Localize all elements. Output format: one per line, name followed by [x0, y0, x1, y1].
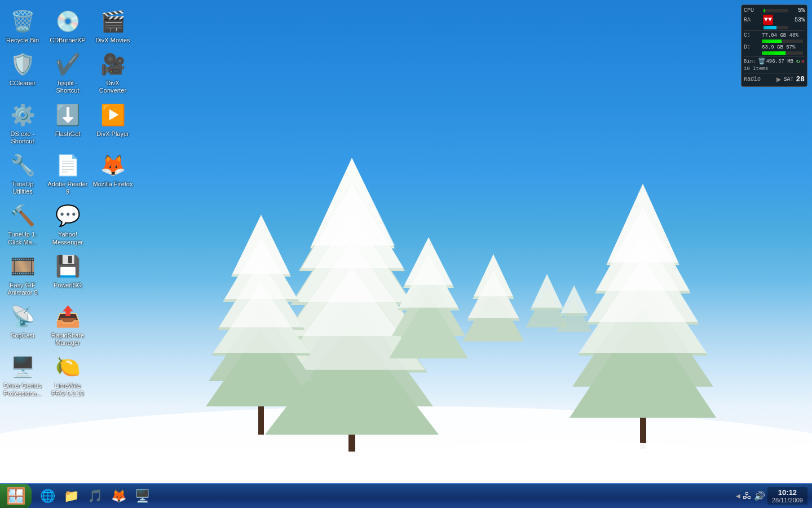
system-clock[interactable]: 10:12 28/11/2009	[767, 487, 807, 505]
tray-network-icon[interactable]: 🖧	[743, 491, 752, 501]
sopcast-icon: 📡	[9, 303, 36, 330]
cdburnerxp-label: CDBurnerXP	[50, 37, 86, 44]
sysmon-bin-delete-icon[interactable]: ✕	[801, 58, 805, 65]
icon-divx-converter[interactable]: 🎥 DivX Converter	[90, 47, 135, 98]
sysmon-d-label: D:	[744, 44, 762, 50]
poweriso-icon: 💾	[54, 253, 81, 280]
icon-sopcast[interactable]: 📡 SopCast	[0, 300, 45, 350]
sysmon-cpu-bar-container	[764, 9, 788, 12]
hjsplit-label: hjsplit - Shortcut	[47, 80, 88, 94]
icon-flashget[interactable]: ⬇️ FlashGet	[45, 98, 90, 148]
network-icon: 🖥️	[135, 489, 150, 503]
icon-yahoo-messenger[interactable]: 💬 Yahoo! Messenger	[45, 199, 90, 249]
driver-genius-icon: 🖥️	[9, 353, 36, 380]
sysmon-ram-bar-row	[744, 26, 805, 29]
icon-driver-genius[interactable]: 🖥️ Driver Genius Professiona...	[0, 350, 45, 400]
icon-cdburnerxp[interactable]: 💿 CDBurnerXP	[45, 5, 90, 47]
icon-row-2: ⚙️ DS.exe - Shortcut ⬇️ FlashGet ▶️ DivX…	[0, 98, 158, 148]
divx-player-label: DivX Player	[96, 130, 129, 138]
dsexe-label: DS.exe - Shortcut	[2, 130, 43, 145]
sysmon-bin-refresh-icon[interactable]: ↻	[796, 58, 800, 65]
flashget-icon: ⬇️	[54, 102, 81, 129]
taskbar: 🪟 🌐 📁 🎵 🦊 🖥️ ◀ 🖧 🔊 10:12 28/11/2009	[0, 483, 812, 508]
icon-row-7: 🖥️ Driver Genius Professiona... 🍋 LimeWi…	[0, 350, 158, 400]
divx-converter-icon: 🎥	[99, 51, 126, 78]
adobe-reader-label: Adobe Reader 9	[47, 181, 88, 195]
sysmon-d-bar-row	[744, 51, 805, 55]
start-orb-icon: 🪟	[6, 487, 26, 505]
icon-divx-movies[interactable]: 🎬 DivX Movies	[90, 5, 135, 47]
icon-poweriso[interactable]: 💾 PowerISO	[45, 249, 90, 300]
taskbar-ie-icon[interactable]: 🌐	[36, 486, 59, 506]
sysmon-bin-actions[interactable]: ↻ ✕	[796, 58, 805, 65]
taskbar-explorer-icon[interactable]: 📁	[60, 486, 82, 506]
sysmon-radio-day: SAT	[783, 76, 793, 82]
sysmon-ram-bar	[764, 26, 776, 29]
sysmon-c-bar-row	[744, 40, 805, 43]
sysmon-bin-value: 496.37 MB	[766, 59, 793, 64]
taskbar-firefox-icon[interactable]: 🦊	[107, 486, 130, 506]
icon-mozilla-firefox[interactable]: 🦊 Mozilla Firefox	[90, 148, 135, 199]
icon-easy-gif[interactable]: 🎞️ Easy GIF Animator 5	[0, 249, 45, 300]
taskbar-media-player-icon[interactable]: 🎵	[83, 486, 106, 506]
icon-hjsplit[interactable]: ✔️ hjsplit - Shortcut	[45, 47, 90, 98]
divx-movies-icon: 🎬	[99, 8, 126, 35]
sysmon-c-bar	[762, 40, 782, 43]
tray-volume-icon[interactable]: 🔊	[754, 491, 765, 501]
icon-divx-player[interactable]: ▶️ DivX Player	[90, 98, 135, 148]
hjsplit-icon: ✔️	[54, 51, 81, 78]
sysmon-divider-1	[744, 30, 805, 31]
sysmon-c-value: 77.04 GB 48%	[762, 33, 805, 38]
system-monitor-widget[interactable]: CPU 5% RA ▼▼ 53% C: 77.04 GB 48% D: 63.9…	[741, 5, 807, 87]
icon-adobe-reader[interactable]: 📄 Adobe Reader 9	[45, 148, 90, 199]
clock-time: 10:12	[772, 488, 803, 497]
sysmon-c-row: C: 77.04 GB 48%	[744, 32, 805, 38]
icon-dsexe[interactable]: ⚙️ DS.exe - Shortcut	[0, 98, 45, 148]
icon-row-3: 🔧 TuneUp Utilities 📄 Adobe Reader 9 🦊 Mo…	[0, 148, 158, 199]
sysmon-d-bar-container	[762, 51, 803, 55]
sysmon-radio-controls[interactable]: ▶ SAT 28	[776, 75, 805, 84]
ccleaner-label: CCleaner	[10, 80, 36, 87]
icon-tuneup-1click[interactable]: 🔨 TuneUp 1-Click Ma...	[0, 199, 45, 249]
firefox-tb-icon: 🦊	[111, 489, 126, 503]
dsexe-icon: ⚙️	[9, 102, 36, 129]
sysmon-ram-bar-container	[764, 26, 788, 29]
sysmon-cpu-row: CPU 5%	[744, 7, 805, 14]
sysmon-bin-label: Bin: 🗑️	[744, 58, 766, 65]
poweriso-label: PowerISO	[54, 282, 82, 289]
explorer-icon: 📁	[64, 489, 79, 503]
sysmon-bin-row: Bin: 🗑️ 496.37 MB ↻ ✕	[744, 58, 805, 65]
flashget-label: FlashGet	[55, 130, 81, 138]
tuneup-utilities-label: TuneUp Utilities	[2, 181, 43, 195]
tray-show-hidden-arrow[interactable]: ◀	[736, 493, 740, 499]
icon-recycle-bin[interactable]: 🗑️ Recycle Bin	[0, 5, 45, 47]
sysmon-d-value: 63.9 GB 57%	[762, 45, 805, 50]
divx-movies-label: DivX Movies	[95, 37, 130, 44]
mozilla-firefox-icon: 🦊	[99, 152, 126, 179]
icon-limewire[interactable]: 🍋 LimeWire PRO 5.2.13	[45, 350, 90, 400]
start-button[interactable]: 🪟	[0, 484, 32, 509]
sysmon-divider-3	[744, 73, 805, 73]
sysmon-cpu-label: CPU	[744, 7, 762, 14]
icon-row-4: 🔨 TuneUp 1-Click Ma... 💬 Yahoo! Messenge…	[0, 199, 158, 249]
tuneup-utilities-icon: 🔧	[9, 152, 36, 179]
rapidshare-icon: 📤	[54, 303, 81, 330]
divx-player-icon: ▶️	[99, 102, 126, 129]
sysmon-cpu-pct: 5%	[790, 7, 805, 14]
icon-row-0: 🗑️ Recycle Bin 💿 CDBurnerXP 🎬 DivX Movie…	[0, 5, 158, 47]
sysmon-radio-play-icon[interactable]: ▶	[776, 75, 781, 84]
sysmon-c-bar-container	[762, 40, 803, 43]
adobe-reader-icon: 📄	[54, 152, 81, 179]
yahoo-messenger-icon: 💬	[54, 202, 81, 229]
icon-tuneup-utilities[interactable]: 🔧 TuneUp Utilities	[0, 148, 45, 199]
limewire-label: LimeWire PRO 5.2.13	[47, 382, 88, 397]
divx-converter-label: DivX Converter	[92, 80, 133, 94]
sysmon-radio-num: 28	[796, 75, 805, 84]
sysmon-d-bar	[762, 51, 785, 55]
icon-row-1: 🛡️ CCleaner ✔️ hjsplit - Shortcut 🎥 DivX…	[0, 47, 158, 98]
tuneup-1click-label: TuneUp 1-Click Ma...	[2, 231, 43, 246]
taskbar-network-icon[interactable]: 🖥️	[131, 486, 153, 506]
mozilla-firefox-label: Mozilla Firefox	[93, 181, 133, 188]
icon-rapidshare[interactable]: 📤 RapidShare Manager	[45, 300, 90, 350]
icon-ccleaner[interactable]: 🛡️ CCleaner	[0, 47, 45, 98]
